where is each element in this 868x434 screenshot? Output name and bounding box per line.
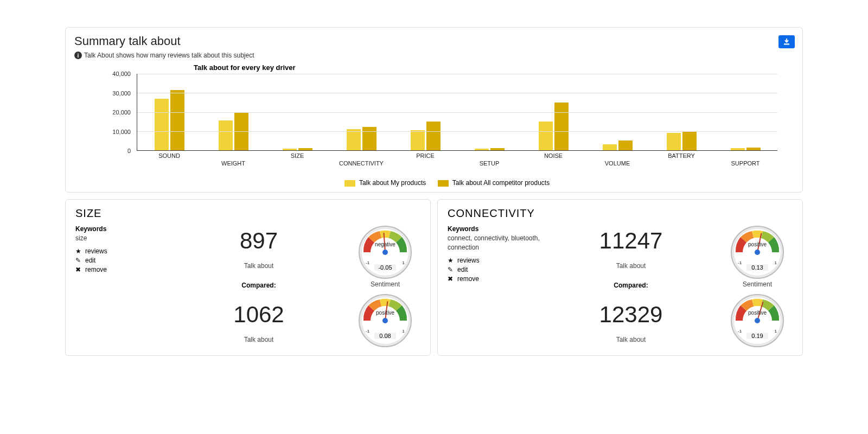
svg-point-5	[382, 250, 388, 255]
gauge-word: negative	[358, 241, 412, 247]
card-title: SIZE	[75, 207, 420, 220]
info-icon: i	[74, 52, 82, 59]
ytick: 40,000	[112, 71, 131, 77]
bar-my-products	[411, 130, 425, 150]
svg-rect-3	[784, 44, 789, 45]
gauge-value: 0.13	[746, 264, 768, 271]
keywords-heading: Keywords	[448, 225, 540, 233]
download-button[interactable]	[778, 35, 795, 48]
edit-link[interactable]: ✎edit	[75, 257, 168, 264]
gauge-label: Sentiment	[358, 280, 412, 288]
remove-link[interactable]: ✖remove	[75, 266, 168, 273]
gauge-min: -1	[738, 260, 742, 265]
bar-competitors	[426, 122, 441, 150]
ytick: 30,000	[112, 90, 131, 97]
gauge-word: positive	[730, 310, 784, 316]
panel-subtitle: i Talk About shows how many reviews talk…	[74, 52, 794, 59]
gauge-max: 1	[403, 260, 405, 265]
xlabel: PRICE	[416, 150, 435, 159]
chart-bars: SOUNDWEIGHTSIZECONNECTIVITYPRICESETUPNOI…	[137, 74, 777, 151]
metric-col: 11247 Talk about Compared: 12329 Talk ab…	[545, 225, 717, 348]
keywords-list: size	[75, 234, 168, 243]
bar-competitors	[554, 103, 569, 150]
svg-point-7	[382, 318, 388, 323]
gauge-label: Sentiment	[730, 280, 784, 288]
close-icon: ✖	[448, 275, 454, 283]
legend-swatch-a	[344, 180, 355, 187]
bar-my-products	[603, 144, 617, 150]
gauge-word: positive	[730, 241, 784, 247]
bar-competitors	[682, 131, 697, 150]
gauge-col: positive -1 1 0.13 Sentiment positive -1	[722, 225, 793, 348]
xlabel: NOISE	[544, 150, 563, 159]
bar-my-products	[347, 129, 361, 150]
bar-my-products	[219, 120, 233, 150]
gauge-value: 0.08	[374, 333, 396, 339]
chart-container: Talk about for every key driver 010,0002…	[74, 59, 794, 187]
keywords-heading: Keywords	[75, 225, 168, 233]
compared-heading: Compared:	[173, 282, 344, 289]
ytick: 10,000	[112, 129, 131, 135]
bar-my-products	[667, 133, 681, 150]
edit-link[interactable]: ✎edit	[448, 266, 540, 273]
pencil-icon: ✎	[75, 257, 82, 264]
compared-sentiment-gauge: positive -1 1 0.08	[358, 293, 412, 348]
talk-about-label: Talk about	[173, 262, 344, 270]
gauge-col: negative -1 1 -0.05 Sentiment positive -…	[350, 225, 420, 348]
panel-subtitle-text: Talk About shows how many reviews talk a…	[84, 52, 254, 59]
xlabel: SOUND	[158, 150, 180, 159]
download-icon	[783, 39, 790, 45]
gauge-value: 0.19	[746, 333, 768, 339]
reviews-link[interactable]: ★reviews	[448, 257, 540, 264]
legend-label-b: Talk about All competitor products	[452, 179, 550, 187]
bar-my-products	[539, 122, 553, 150]
xlabel: SETUP	[480, 150, 500, 167]
gauge-value: -0.05	[374, 264, 396, 271]
card-connectivity: CONNECTIVITY Keywords connect, connectiv…	[437, 199, 803, 356]
chart-plot: 010,00020,00030,00040,000 SOUNDWEIGHTSIZ…	[107, 74, 777, 161]
card-title: CONNECTIVITY	[448, 207, 793, 220]
xlabel: WEIGHT	[221, 150, 245, 167]
svg-point-11	[755, 318, 760, 323]
gauge-max: 1	[403, 329, 405, 334]
keywords-list: connect, connectivity, bluetooth, connec…	[448, 234, 540, 252]
panel-title: Summary talk about	[74, 34, 794, 48]
card-size: SIZE Keywords size ★reviews ✎edit ✖remov…	[65, 199, 431, 356]
ytick: 0	[127, 148, 131, 154]
chart-legend: Talk about My products Talk about All co…	[107, 179, 777, 187]
gauge-word: positive	[358, 310, 412, 316]
gauge-min: -1	[366, 260, 369, 265]
bar-my-products	[155, 99, 169, 150]
legend-swatch-b	[438, 180, 449, 187]
legend-label-a: Talk about My products	[359, 179, 426, 187]
reviews-link[interactable]: ★reviews	[75, 247, 168, 255]
remove-link[interactable]: ✖remove	[448, 275, 540, 283]
xlabel: BATTERY	[668, 150, 695, 159]
gauge-min: -1	[738, 329, 742, 334]
cards-row: SIZE Keywords size ★reviews ✎edit ✖remov…	[65, 199, 803, 356]
bar-competitors	[362, 127, 376, 150]
gauge-max: 1	[775, 260, 777, 265]
keywords-col: Keywords size ★reviews ✎edit ✖remove	[75, 225, 168, 348]
keywords-col: Keywords connect, connectivity, bluetoot…	[448, 225, 540, 348]
star-icon: ★	[75, 247, 82, 255]
xlabel: VOLUME	[605, 150, 630, 167]
compared-sentiment-gauge: positive -1 1 0.19	[730, 293, 784, 348]
summary-panel: Summary talk about i Talk About shows ho…	[65, 27, 803, 193]
svg-point-9	[755, 250, 760, 255]
close-icon: ✖	[75, 266, 82, 273]
talk-about-value: 897	[173, 229, 344, 252]
compared-label: Talk about	[545, 336, 717, 343]
xlabel: SIZE	[291, 150, 304, 159]
talk-about-label: Talk about	[545, 262, 717, 270]
chart-title: Talk about for every key driver	[107, 63, 777, 72]
chart-yaxis: 010,00020,00030,00040,000	[107, 74, 134, 151]
metric-col: 897 Talk about Compared: 1062 Talk about	[173, 225, 344, 348]
compared-value: 1062	[173, 303, 344, 326]
talk-about-value: 11247	[545, 229, 717, 252]
ytick: 20,000	[112, 109, 131, 116]
xlabel: SUPPORT	[731, 150, 760, 167]
compared-label: Talk about	[173, 336, 344, 343]
gauge-max: 1	[775, 329, 777, 334]
compared-value: 12329	[545, 303, 717, 326]
